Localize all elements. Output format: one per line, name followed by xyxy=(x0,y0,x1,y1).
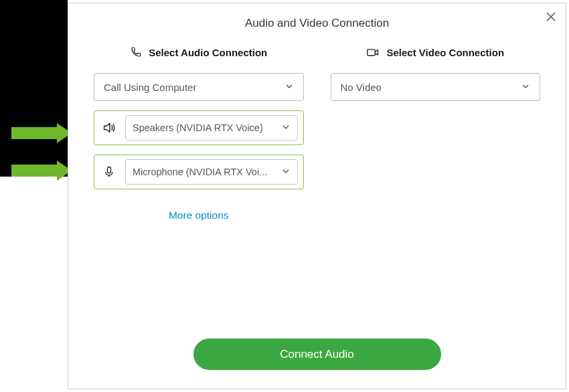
chevron-down-icon xyxy=(284,82,294,93)
microphone-icon xyxy=(101,165,117,179)
speaker-row: Speakers (NVIDIA RTX Voice) xyxy=(94,110,304,145)
audio-column: Select Audio Connection Call Using Compu… xyxy=(68,46,317,221)
speaker-select[interactable]: Speakers (NVIDIA RTX Voice) xyxy=(125,115,298,140)
connect-audio-button[interactable]: Connect Audio xyxy=(193,338,441,370)
microphone-select[interactable]: Microphone (NVIDIA RTX Voi... xyxy=(125,159,298,185)
video-heading-label: Select Video Connection xyxy=(386,47,504,58)
chevron-down-icon xyxy=(281,167,291,178)
dialog-title: Audio and Video Connection xyxy=(68,3,566,30)
video-connection-value: No Video xyxy=(341,82,382,93)
audio-heading: Select Audio Connection xyxy=(94,46,304,58)
audio-connection-value: Call Using Computer xyxy=(104,82,196,93)
close-icon[interactable] xyxy=(544,10,558,23)
more-options-link[interactable]: More options xyxy=(94,209,304,221)
video-heading: Select Video Connection xyxy=(331,46,541,58)
chevron-down-icon xyxy=(281,122,291,134)
audio-connection-select[interactable]: Call Using Computer xyxy=(94,73,304,101)
phone-icon xyxy=(130,46,142,58)
video-column: Select Video Connection No Video xyxy=(317,46,566,221)
speaker-value: Speakers (NVIDIA RTX Voice) xyxy=(133,122,267,133)
camera-icon xyxy=(366,46,380,58)
svg-rect-0 xyxy=(108,167,111,173)
svg-rect-1 xyxy=(368,50,376,56)
audio-heading-label: Select Audio Connection xyxy=(149,47,267,58)
speaker-icon xyxy=(101,120,117,135)
video-connection-select[interactable]: No Video xyxy=(331,73,541,101)
annotation-black-margin xyxy=(0,0,68,177)
audio-video-dialog: Audio and Video Connection Select Audio … xyxy=(68,3,566,389)
chevron-down-icon xyxy=(521,82,530,93)
microphone-row: Microphone (NVIDIA RTX Voi... xyxy=(94,155,304,189)
microphone-value: Microphone (NVIDIA RTX Voi... xyxy=(133,167,271,177)
